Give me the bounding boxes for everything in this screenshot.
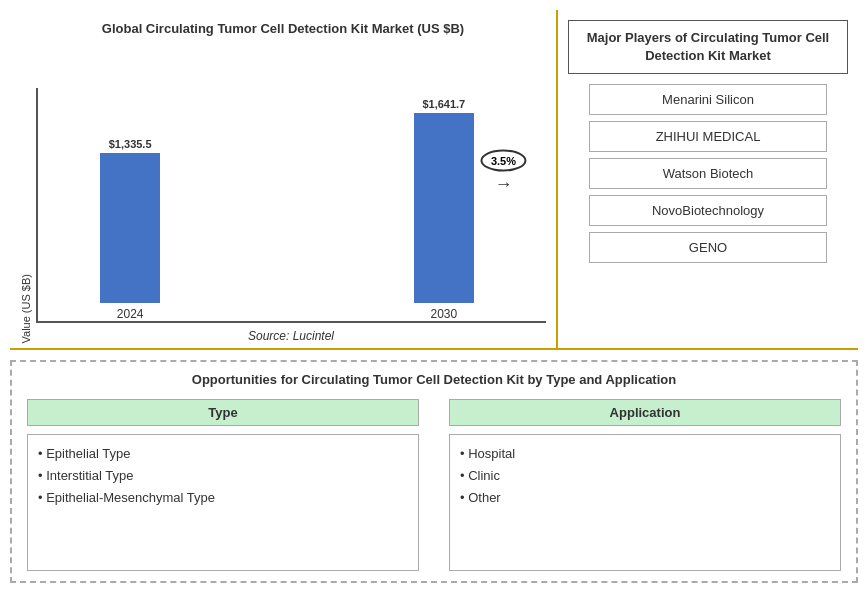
bars-container: $1,335.5 2024 3.5% → xyxy=(36,88,546,323)
chart-area: Global Circulating Tumor Cell Detection … xyxy=(10,10,558,348)
application-column-header: Application xyxy=(449,399,841,426)
type-item-1: Interstitial Type xyxy=(38,465,408,487)
source-text: Source: Lucintel xyxy=(36,329,546,343)
chart-wrapper: Value (US $B) $1,335.5 2024 3.5% xyxy=(20,48,546,343)
player-item-0: Menarini Silicon xyxy=(589,84,827,115)
application-column: Application Hospital Clinic Other xyxy=(449,399,841,571)
bottom-section: Opportunities for Circulating Tumor Cell… xyxy=(10,360,858,583)
type-column-header: Type xyxy=(27,399,419,426)
app-item-0: Hospital xyxy=(460,443,830,465)
bottom-content: Type Epithelial Type Interstitial Type E… xyxy=(27,399,841,571)
chart-inner: $1,335.5 2024 3.5% → xyxy=(36,88,546,343)
bar-group-2030: $1,641.7 2030 xyxy=(414,98,474,321)
player-item-3: NovoBiotechnology xyxy=(589,195,827,226)
application-column-items: Hospital Clinic Other xyxy=(449,434,841,571)
players-area: Major Players of Circulating Tumor Cell … xyxy=(558,10,858,348)
arrow-symbol: → xyxy=(494,174,512,195)
bottom-title: Opportunities for Circulating Tumor Cell… xyxy=(27,372,841,387)
y-axis-label: Value (US $B) xyxy=(20,274,32,344)
bar-2030 xyxy=(414,113,474,303)
cagr-oval: 3.5% xyxy=(481,150,526,172)
type-column: Type Epithelial Type Interstitial Type E… xyxy=(27,399,419,571)
players-title: Major Players of Circulating Tumor Cell … xyxy=(568,20,848,74)
top-section: Global Circulating Tumor Cell Detection … xyxy=(10,10,858,350)
bar-2024 xyxy=(100,153,160,303)
app-item-1: Clinic xyxy=(460,465,830,487)
bar-value-2030: $1,641.7 xyxy=(422,98,465,110)
bar-group-2024: $1,335.5 2024 xyxy=(100,138,160,321)
player-item-1: ZHIHUI MEDICAL xyxy=(589,121,827,152)
player-item-2: Watson Biotech xyxy=(589,158,827,189)
arrow-annotation: 3.5% → xyxy=(481,150,526,195)
chart-title: Global Circulating Tumor Cell Detection … xyxy=(102,20,464,38)
type-column-items: Epithelial Type Interstitial Type Epithe… xyxy=(27,434,419,571)
bar-value-2024: $1,335.5 xyxy=(109,138,152,150)
type-item-0: Epithelial Type xyxy=(38,443,408,465)
main-container: Global Circulating Tumor Cell Detection … xyxy=(0,0,868,593)
type-item-2: Epithelial-Mesenchymal Type xyxy=(38,487,408,509)
bar-label-2024: 2024 xyxy=(117,307,144,321)
bar-label-2030: 2030 xyxy=(430,307,457,321)
app-item-2: Other xyxy=(460,487,830,509)
player-item-4: GENO xyxy=(589,232,827,263)
